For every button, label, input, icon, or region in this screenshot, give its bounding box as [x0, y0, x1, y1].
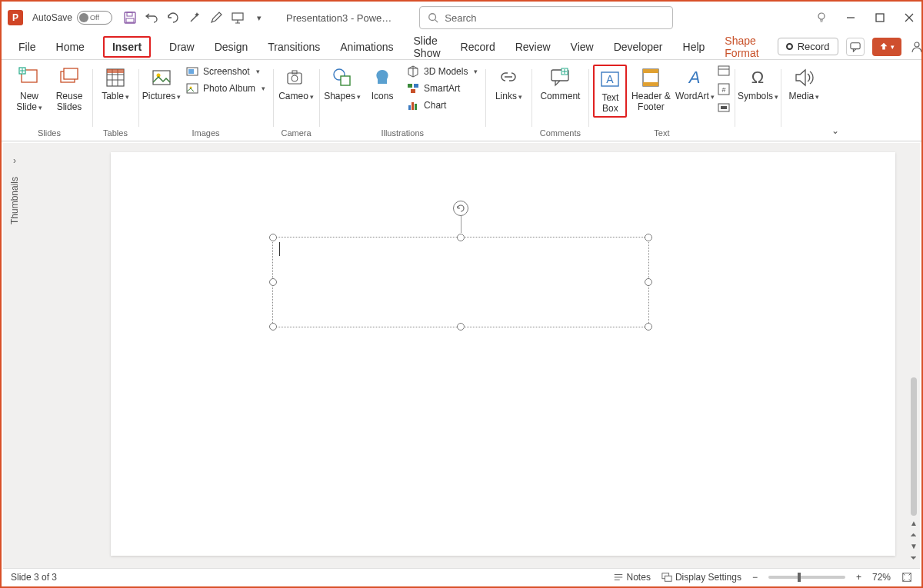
search-box[interactable]: Search: [419, 6, 673, 29]
account-icon[interactable]: [909, 41, 923, 53]
photo-album-label: Photo Album: [203, 83, 255, 94]
tab-animations[interactable]: Animations: [338, 38, 395, 56]
save-icon[interactable]: [123, 11, 137, 25]
zoom-slider-knob[interactable]: [798, 573, 801, 582]
record-button-label: Record: [798, 41, 830, 52]
group-links: Links▾: [485, 61, 531, 141]
group-tables-label: Tables: [103, 128, 128, 139]
share-button[interactable]: ▾: [872, 38, 901, 56]
prev-slide-double-icon[interactable]: ⏶: [910, 530, 918, 539]
shapes-button[interactable]: Shapes▾: [324, 65, 361, 103]
table-button[interactable]: Table▾: [97, 65, 134, 103]
scrollbar-thumb[interactable]: [911, 377, 917, 516]
pictures-button[interactable]: Pictures▾: [143, 65, 180, 103]
document-title: Presentation3 - Powe…: [286, 12, 392, 24]
resize-handle-l[interactable]: [269, 278, 277, 286]
autosave-toggle[interactable]: Off: [77, 11, 112, 25]
minimize-button[interactable]: [845, 12, 857, 24]
new-slide-button[interactable]: New Slide▾: [11, 65, 48, 115]
tab-transitions[interactable]: Transitions: [266, 38, 322, 56]
media-button[interactable]: Media▾: [785, 65, 822, 103]
slide-area[interactable]: [26, 143, 908, 568]
header-footer-button[interactable]: Header & Footer: [630, 65, 671, 115]
tab-draw[interactable]: Draw: [168, 38, 196, 56]
3d-models-button[interactable]: 3D Models▾: [404, 65, 481, 78]
resize-handle-tl[interactable]: [269, 234, 277, 241]
vertical-scrollbar[interactable]: ▲ ⏶ ▼ ⏷: [908, 143, 920, 568]
svg-point-4: [429, 14, 436, 21]
fit-to-window-button[interactable]: [901, 572, 912, 583]
tab-file[interactable]: File: [17, 38, 38, 56]
tab-shape-format[interactable]: Shape Format: [723, 32, 760, 62]
text-box-button[interactable]: A Text Box: [593, 65, 627, 118]
resize-handle-tr[interactable]: [645, 234, 652, 241]
svg-rect-39: [408, 105, 411, 110]
chart-button[interactable]: Chart: [404, 98, 481, 112]
screenshot-button[interactable]: Screenshot▾: [183, 65, 268, 78]
record-button[interactable]: Record: [778, 38, 838, 55]
group-camera: Cameo▾ Camera: [273, 61, 319, 141]
redo-icon[interactable]: [166, 11, 180, 25]
links-button[interactable]: Links▾: [490, 65, 527, 103]
resize-handle-bl[interactable]: [269, 323, 277, 331]
selected-text-box[interactable]: [272, 237, 649, 327]
zoom-level[interactable]: 72%: [872, 572, 891, 583]
tab-insert[interactable]: Insert: [103, 36, 151, 58]
symbols-button[interactable]: Ω Symbols▾: [739, 65, 776, 103]
zoom-out-button[interactable]: −: [752, 572, 758, 583]
resize-handle-t[interactable]: [457, 234, 465, 241]
slide-indicator[interactable]: Slide 3 of 3: [11, 572, 57, 583]
svg-point-32: [292, 75, 298, 81]
maximize-button[interactable]: [874, 12, 886, 24]
tab-home[interactable]: Home: [55, 38, 86, 56]
magic-icon[interactable]: [188, 11, 202, 25]
pen-icon[interactable]: [209, 11, 223, 25]
display-settings-button[interactable]: Display Settings: [661, 572, 741, 583]
group-tables: Table▾ Tables: [92, 61, 138, 141]
collapse-ribbon-button[interactable]: ⌄: [831, 125, 844, 141]
zoom-slider[interactable]: [768, 576, 845, 579]
tab-help[interactable]: Help: [681, 38, 707, 56]
comment-button[interactable]: Comment: [536, 65, 584, 103]
tab-view[interactable]: View: [569, 38, 595, 56]
svg-rect-28: [188, 69, 194, 74]
qat-more-icon[interactable]: ▾: [252, 11, 266, 25]
zoom-in-button[interactable]: +: [856, 572, 861, 583]
slide-canvas[interactable]: [111, 152, 895, 556]
next-slide-icon[interactable]: ▼: [910, 542, 918, 550]
photo-album-button[interactable]: Photo Album▾: [183, 81, 268, 95]
tab-record[interactable]: Record: [459, 38, 497, 56]
tab-design[interactable]: Design: [213, 38, 250, 56]
comments-pane-button[interactable]: [846, 38, 865, 56]
close-button[interactable]: [903, 12, 915, 24]
present-icon[interactable]: [231, 11, 245, 25]
next-slide-double-icon[interactable]: ⏷: [910, 553, 918, 562]
prev-slide-icon[interactable]: ▲: [910, 519, 918, 527]
wordart-button[interactable]: A WordArt▾: [675, 65, 715, 103]
expand-thumbnails-icon[interactable]: ›: [13, 155, 16, 166]
thumbnails-rail[interactable]: › Thumbnails: [3, 143, 26, 568]
cameo-button[interactable]: Cameo▾: [278, 65, 315, 103]
undo-icon[interactable]: [145, 11, 158, 25]
reuse-slides-button[interactable]: Reuse Slides: [51, 65, 88, 115]
resize-handle-b[interactable]: [457, 323, 465, 331]
screenshot-label: Screenshot: [203, 66, 250, 77]
photo-album-icon: [186, 82, 198, 95]
resize-handle-br[interactable]: [645, 323, 652, 331]
resize-handle-r[interactable]: [645, 278, 652, 286]
tab-review[interactable]: Review: [514, 38, 552, 56]
tab-slideshow[interactable]: Slide Show: [412, 32, 442, 62]
smartart-button[interactable]: SmartArt: [404, 81, 481, 95]
tab-developer[interactable]: Developer: [612, 38, 665, 56]
date-time-button[interactable]: [718, 65, 730, 77]
rotate-handle[interactable]: [453, 201, 468, 216]
svg-rect-31: [288, 73, 302, 84]
lightbulb-icon[interactable]: [815, 12, 828, 24]
group-illustrations-label: Illustrations: [381, 128, 424, 139]
icons-button[interactable]: Icons: [364, 65, 401, 103]
icons-icon: [371, 66, 394, 89]
object-button[interactable]: [718, 101, 730, 114]
slide-number-button[interactable]: #: [718, 83, 730, 95]
group-comments: Comment Comments: [531, 61, 588, 141]
notes-button[interactable]: Notes: [613, 572, 651, 583]
